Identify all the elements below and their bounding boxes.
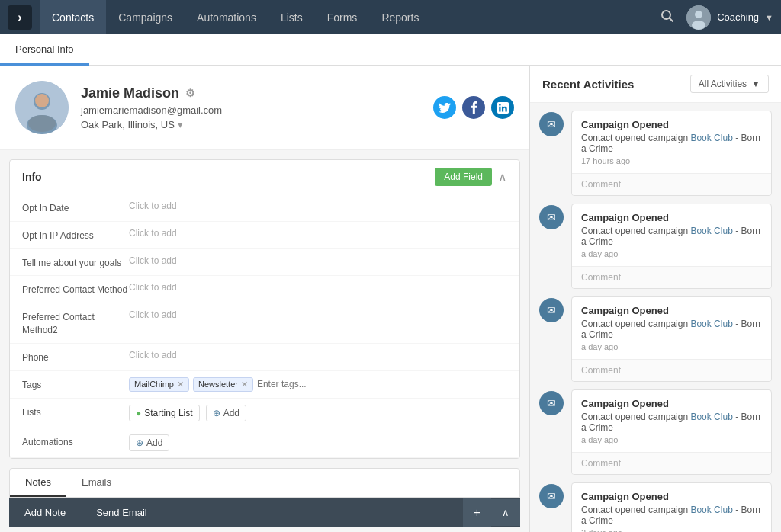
- tab-personal-info[interactable]: Personal Info: [0, 34, 89, 66]
- email-icon: ✉: [539, 205, 564, 229]
- activity-comment[interactable]: Comment: [572, 173, 771, 195]
- activity-time: 2 days ago: [581, 528, 762, 532]
- linkedin-icon[interactable]: [491, 96, 514, 119]
- contact-avatar: [15, 81, 69, 134]
- right-panel-header: Recent Activities All Activities ▼: [530, 66, 781, 103]
- automations-container: ⊕ Add: [129, 434, 169, 451]
- add-list-button[interactable]: ⊕ Add: [206, 405, 246, 421]
- contact-name: Jamie Madison: [81, 85, 179, 101]
- nav-forms[interactable]: Forms: [315, 0, 370, 34]
- email-icon: ✉: [539, 298, 564, 322]
- campaign-link[interactable]: Book Club: [690, 226, 732, 236]
- filter-label: All Activities: [699, 79, 747, 89]
- activity-card: Campaign Opened Contact opened campaign …: [571, 389, 772, 475]
- field-contact-method2: Preferred Contact Method2 Click to add: [10, 303, 519, 344]
- sub-nav: Personal Info: [0, 34, 781, 66]
- info-section: Info Add Field ∧ Opt In Date Click to ad…: [9, 159, 520, 459]
- collapse-button[interactable]: ∧: [498, 170, 507, 184]
- activity-item: ✉ Campaign Opened Contact opened campaig…: [539, 111, 772, 196]
- activity-desc: Contact opened campaign Book Club - Born…: [581, 133, 762, 154]
- activity-desc: Contact opened campaign Book Club - Born…: [581, 412, 762, 433]
- activity-time: a day ago: [581, 435, 762, 444]
- field-label: Opt In Date: [22, 200, 129, 215]
- nav-lists[interactable]: Lists: [268, 0, 315, 34]
- list-badge: ● Starting List: [129, 405, 200, 421]
- activity-filter-dropdown[interactable]: All Activities ▼: [690, 75, 769, 93]
- campaign-link[interactable]: Book Club: [690, 319, 732, 329]
- field-value[interactable]: Click to add: [129, 282, 507, 293]
- search-icon[interactable]: [660, 9, 674, 26]
- activity-comment[interactable]: Comment: [572, 266, 771, 288]
- activity-title: Campaign Opened: [581, 398, 762, 409]
- add-field-button[interactable]: Add Field: [435, 168, 492, 186]
- activity-desc: Contact opened campaign Book Club - Born…: [581, 505, 762, 526]
- top-nav: › Contacts Campaigns Automations Lists F…: [0, 0, 781, 34]
- left-panel: Jamie Madison ⚙ jamiemariemadison@gmail.…: [0, 66, 529, 532]
- email-icon: ✉: [539, 391, 564, 415]
- chevron-down-icon: ▼: [751, 79, 760, 89]
- send-email-button[interactable]: Send Email: [81, 499, 162, 526]
- plus-icon: ⊕: [136, 437, 143, 448]
- add-automation-button[interactable]: ⊕ Add: [129, 434, 169, 451]
- activity-card-body: Campaign Opened Contact opened campaign …: [572, 204, 771, 266]
- main-layout: Jamie Madison ⚙ jamiemariemadison@gmail.…: [0, 66, 781, 532]
- activity-card: Campaign Opened Contact opened campaign …: [571, 111, 772, 196]
- svg-point-4: [692, 21, 705, 30]
- automations-label: Automations: [22, 434, 129, 449]
- tab-emails[interactable]: Emails: [66, 469, 127, 497]
- activity-item: ✉ Campaign Opened Contact opened campaig…: [539, 482, 772, 532]
- lists-container: ● Starting List ⊕ Add: [129, 405, 246, 421]
- list-name: Starting List: [144, 408, 192, 418]
- social-icons: [433, 96, 514, 119]
- add-note-button[interactable]: Add Note: [9, 499, 81, 526]
- status-dot: ●: [136, 408, 141, 418]
- activity-comment[interactable]: Comment: [572, 359, 771, 381]
- field-label: Tell me about your goals: [22, 255, 129, 270]
- field-label: Phone: [22, 350, 129, 364]
- twitter-icon[interactable]: [433, 96, 456, 119]
- nav-reports[interactable]: Reports: [369, 0, 431, 34]
- nav-logo[interactable]: ›: [8, 5, 32, 30]
- tag-input[interactable]: [257, 379, 333, 389]
- campaign-link[interactable]: Book Club: [690, 133, 732, 143]
- lists-label: Lists: [22, 405, 129, 419]
- nav-profile[interactable]: Coaching ▼: [686, 5, 773, 30]
- activity-card: Campaign Opened Contact opened campaign …: [571, 296, 772, 382]
- nav-automations[interactable]: Automations: [185, 0, 268, 34]
- field-value[interactable]: Click to add: [129, 309, 507, 320]
- campaign-link[interactable]: Book Club: [690, 412, 732, 422]
- activity-card: Campaign Opened Contact opened campaign …: [571, 204, 772, 289]
- contact-header: Jamie Madison ⚙ jamiemariemadison@gmail.…: [0, 66, 529, 150]
- activity-comment[interactable]: Comment: [572, 452, 771, 474]
- field-label: Preferred Contact Method: [22, 282, 129, 296]
- field-tags: Tags MailChimp ✕ Newsletter ✕: [10, 371, 519, 399]
- activity-desc: Contact opened campaign Book Club - Born…: [581, 226, 762, 247]
- tab-notes[interactable]: Notes: [10, 469, 66, 497]
- field-value[interactable]: Click to add: [129, 228, 507, 239]
- field-value[interactable]: Click to add: [129, 200, 507, 211]
- email-icon: ✉: [539, 112, 564, 136]
- field-value[interactable]: Click to add: [129, 255, 507, 266]
- field-label: Opt In IP Address: [22, 228, 129, 242]
- chevron-down-icon[interactable]: ▾: [178, 119, 183, 130]
- gear-icon[interactable]: ⚙: [185, 87, 195, 99]
- activity-title: Campaign Opened: [581, 491, 762, 502]
- svg-point-8: [35, 94, 49, 107]
- add-more-button[interactable]: +: [463, 498, 491, 527]
- tag-newsletter: Newsletter ✕: [193, 377, 253, 392]
- activity-item: ✉ Campaign Opened Contact opened campaig…: [539, 296, 772, 382]
- bottom-tabs: Notes Emails: [9, 468, 520, 498]
- field-value[interactable]: Click to add: [129, 350, 507, 361]
- tags-label: Tags: [22, 377, 129, 392]
- nav-contacts[interactable]: Contacts: [40, 0, 106, 34]
- tag-remove-button[interactable]: ✕: [177, 380, 184, 389]
- campaign-link[interactable]: Book Club: [690, 505, 732, 515]
- right-panel: Recent Activities All Activities ▼ ✉ Cam…: [529, 66, 781, 532]
- activity-item: ✉ Campaign Opened Contact opened campaig…: [539, 204, 772, 289]
- field-automations: Automations ⊕ Add: [10, 428, 519, 458]
- tag-remove-button[interactable]: ✕: [241, 380, 248, 389]
- activity-title: Campaign Opened: [581, 119, 762, 130]
- nav-campaigns[interactable]: Campaigns: [106, 0, 185, 34]
- facebook-icon[interactable]: [462, 96, 485, 119]
- chevron-up-button[interactable]: ∧: [491, 499, 520, 526]
